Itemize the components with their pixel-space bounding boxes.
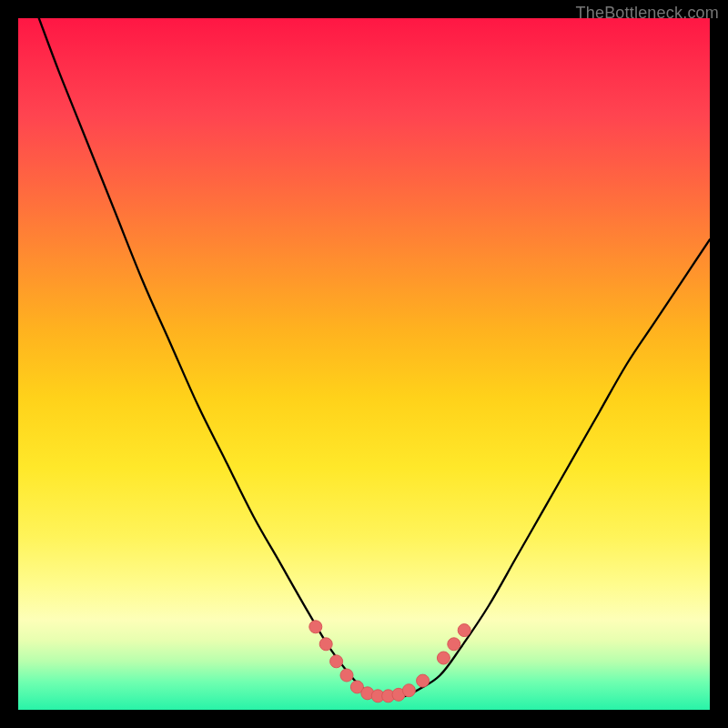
curve-marker — [437, 652, 450, 664]
chart-frame: TheBottleneck.com — [0, 0, 728, 728]
curve-marker — [309, 621, 322, 633]
curve-marker — [340, 669, 353, 682]
curve-layer — [18, 18, 710, 710]
curve-marker — [417, 674, 430, 687]
curve-marker — [319, 638, 332, 651]
curve-marker — [458, 624, 470, 637]
curve-marker — [330, 655, 343, 668]
curve-marker — [402, 684, 415, 697]
bottleneck-curve — [39, 18, 710, 696]
curve-marker — [448, 638, 460, 651]
plot-area — [18, 18, 710, 710]
curve-markers — [309, 621, 470, 703]
watermark-text: TheBottleneck.com — [576, 4, 719, 23]
